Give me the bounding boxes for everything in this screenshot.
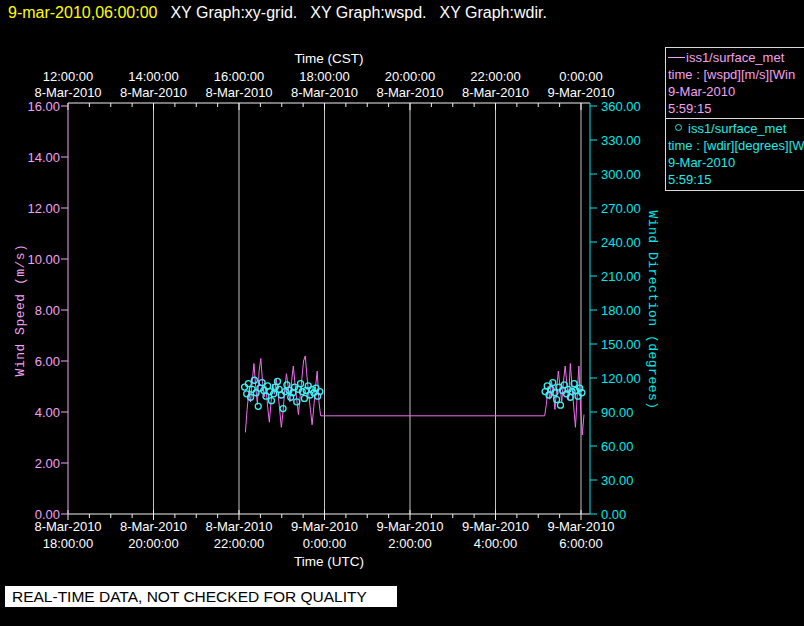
right-tick-label: 90.00 [601, 405, 634, 420]
legend-wspd-date: 9-Mar-2010 [668, 83, 804, 100]
legend-wdir-detail: time : [wdir][degrees][W [668, 137, 804, 154]
top-date-label: 8-Mar-2010 [291, 85, 358, 100]
right-tick-label: 270.00 [601, 201, 641, 216]
left-tick-label: 16.00 [0, 99, 60, 114]
top-date-label: 8-Mar-2010 [205, 85, 272, 100]
wdir-point [544, 383, 550, 389]
wdir-point [301, 395, 307, 401]
legend-wspd-detail: time : [wspd][m/s][Win [668, 66, 804, 83]
bottom-time-label: 2:00:00 [388, 536, 431, 551]
bottom-date-label: 9-Mar-2010 [291, 519, 358, 534]
top-date-label: 9-Mar-2010 [547, 85, 614, 100]
left-tick-label: 12.00 [0, 201, 60, 216]
legend-wspd-time: 5:59:15 [668, 100, 804, 117]
bottom-date-label: 8-Mar-2010 [205, 519, 272, 534]
right-tick-label: 180.00 [601, 303, 641, 318]
legend-wdir-date: 9-Mar-2010 [668, 154, 804, 171]
legend-entry-wdir: iss1/surface_met time : [wdir][degrees][… [666, 119, 804, 191]
bottom-time-label: 4:00:00 [474, 536, 517, 551]
wdir-point [298, 381, 304, 387]
top-time-label: 12:00:00 [43, 69, 94, 84]
wdir-point [245, 381, 251, 387]
wdir-point [550, 380, 556, 386]
top-time-label: 14:00:00 [128, 69, 179, 84]
right-tick-label: 300.00 [601, 167, 641, 182]
top-date-label: 8-Mar-2010 [120, 85, 187, 100]
bottom-time-label: 6:00:00 [559, 536, 602, 551]
left-tick-label: 14.00 [0, 150, 60, 165]
right-tick-label: 210.00 [601, 269, 641, 284]
legend-wdir-name-row: iss1/surface_met [668, 120, 804, 137]
right-tick-label: 60.00 [601, 439, 634, 454]
legend-entry-wspd: iss1/surface_met time : [wspd][m/s][Win … [666, 48, 804, 119]
right-tick-label: 240.00 [601, 235, 641, 250]
legend: iss1/surface_met time : [wspd][m/s][Win … [665, 47, 804, 191]
wdir-point [242, 384, 248, 390]
left-tick-label: 4.00 [0, 405, 60, 420]
bottom-time-label: 20:00:00 [128, 536, 179, 551]
right-tick-label: 330.00 [601, 133, 641, 148]
wdir-point [554, 397, 560, 403]
bottom-date-label: 8-Mar-2010 [120, 519, 187, 534]
legend-wspd-name: iss1/surface_met [686, 50, 784, 65]
bottom-time-label: 22:00:00 [214, 536, 265, 551]
top-time-label: 20:00:00 [385, 69, 436, 84]
top-date-label: 8-Mar-2010 [34, 85, 101, 100]
wdir-point [274, 378, 280, 384]
right-tick-label: 120.00 [601, 371, 641, 386]
left-tick-label: 8.00 [0, 303, 60, 318]
legend-wspd-name-row: iss1/surface_met [668, 49, 804, 66]
bottom-date-label: 9-Mar-2010 [376, 519, 443, 534]
top-date-label: 8-Mar-2010 [462, 85, 529, 100]
legend-wdir-time: 5:59:15 [668, 171, 804, 188]
left-tick-label: 10.00 [0, 252, 60, 267]
right-tick-label: 360.00 [601, 99, 641, 114]
top-time-label: 22:00:00 [470, 69, 521, 84]
left-tick-label: 0.00 [0, 507, 60, 522]
left-tick-label: 2.00 [0, 456, 60, 471]
legend-wdir-name: iss1/surface_met [688, 121, 786, 136]
top-time-label: 16:00:00 [214, 69, 265, 84]
bottom-time-label: 0:00:00 [303, 536, 346, 551]
wdir-point [557, 402, 563, 408]
wspd-line-series [245, 356, 584, 435]
wdir-point [278, 392, 284, 398]
xy-graph-window: 9-mar-2010,06:00:00XY Graph:xy-grid.XY G… [0, 0, 804, 626]
wdir-circle-marker-icon [675, 124, 682, 131]
bottom-time-label: 18:00:00 [43, 536, 94, 551]
right-tick-label: 150.00 [601, 337, 641, 352]
wspd-line-marker-icon [668, 57, 685, 58]
right-tick-label: 30.00 [601, 473, 634, 488]
top-date-label: 8-Mar-2010 [376, 85, 443, 100]
left-tick-label: 6.00 [0, 354, 60, 369]
wdir-point [255, 403, 261, 409]
top-time-label: 0:00:00 [559, 69, 602, 84]
bottom-date-label: 9-Mar-2010 [462, 519, 529, 534]
status-banner: REAL-TIME DATA, NOT CHECKED FOR QUALITY [5, 586, 397, 607]
top-time-label: 18:00:00 [299, 69, 350, 84]
right-tick-label: 0.00 [601, 507, 626, 522]
